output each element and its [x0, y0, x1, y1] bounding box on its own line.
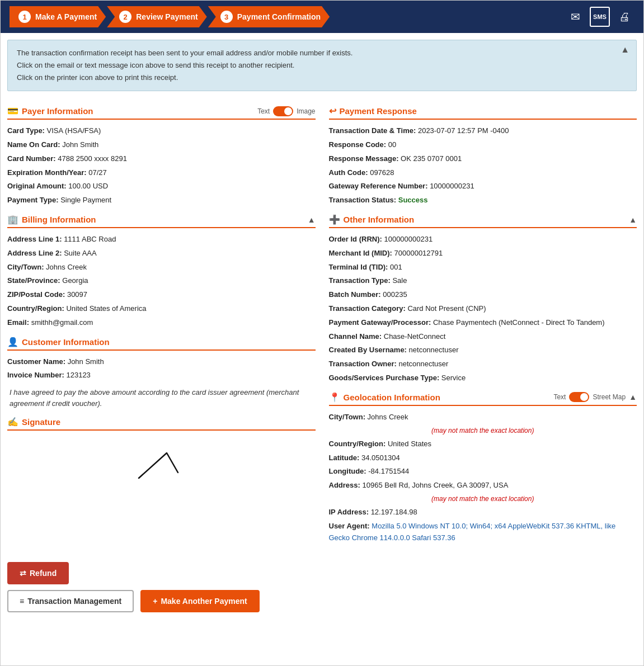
sms-icon-button[interactable]: SMS: [590, 7, 610, 27]
payer-info-title: 💳 Payer Information: [7, 106, 93, 116]
billing-collapse-button[interactable]: ▲: [308, 215, 316, 224]
banner-line1: The transaction confirmation receipt has…: [17, 47, 627, 59]
refund-button[interactable]: ⇄ Refund: [7, 562, 69, 584]
field-latitude: Latitude: 34.0501304: [329, 452, 637, 464]
step-3-number: 3: [220, 11, 233, 23]
step-indicators: 1 Make A Payment 2 Review Payment 3 Paym…: [10, 6, 331, 27]
other-info-section-header: ➕ Other Information ▲: [329, 214, 637, 228]
customer-info-section-header: 👤 Customer Information: [7, 337, 316, 351]
signature-icon: ✍: [7, 417, 18, 427]
field-geo-address: Address: 10965 Bell Rd, Johns Creek, GA …: [329, 480, 637, 492]
field-address1: Address Line 1: 1111 ABC Road: [7, 234, 316, 245]
field-email: Email: smithh@gmail.com: [7, 317, 316, 329]
location-pin-icon: 📍: [329, 392, 340, 403]
field-state: State/Province: Georgia: [7, 275, 316, 287]
toggle-image-label: Image: [297, 107, 315, 115]
email-icon-button[interactable]: ✉: [565, 7, 585, 27]
field-card-number: Card Number: 4788 2500 xxxx 8291: [7, 153, 316, 165]
geo-toggle-switch[interactable]: [569, 392, 589, 402]
geo-toggle-text-label: Text: [553, 393, 566, 401]
payment-response-title: ↩ Payment Response: [329, 106, 417, 116]
field-geo-city-warning: (may not match the exact location): [329, 426, 637, 436]
step-1-number: 1: [18, 11, 31, 23]
field-longitude: Longitude: -84.1751544: [329, 466, 637, 478]
signature-section-header: ✍ Signature: [7, 417, 316, 431]
payment-response-fields: Transaction Date & Time: 2023-07-07 12:5…: [329, 125, 637, 206]
step-3-payment-confirmation[interactable]: 3 Payment Confirmation: [208, 6, 330, 27]
refund-label: Refund: [30, 569, 57, 578]
banner-line3: Click on the printer icon above to print…: [17, 72, 627, 84]
field-geo-country: Country/Region: United States: [329, 438, 637, 450]
billing-info-fields: Address Line 1: 1111 ABC Road Address Li…: [7, 234, 316, 329]
info-banner: ▲ The transaction confirmation receipt h…: [7, 40, 637, 91]
field-address2: Address Line 2: Suite AAA: [7, 248, 316, 259]
geolocation-fields: City/Town: Johns Creek (may not match th…: [329, 412, 637, 544]
step-2-label: Review Payment: [136, 12, 198, 21]
field-batch-number: Batch Number: 000235: [329, 289, 637, 301]
field-terminal-id: Terminal Id (TID): 001: [329, 262, 637, 273]
signature-image: [122, 442, 200, 492]
plus-circle-icon: ➕: [329, 214, 340, 225]
payer-view-toggle[interactable]: Text Image: [257, 106, 315, 116]
field-transaction-status: Transaction Status: Success: [329, 195, 637, 206]
field-transaction-owner: Transaction Owner: netconnectuser: [329, 358, 637, 370]
field-customer-name: Customer Name: John Smith: [7, 356, 316, 368]
field-response-message: Response Message: OK 235 0707 0001: [329, 153, 637, 165]
nav-action-icons: ✉ SMS 🖨: [565, 7, 634, 27]
customer-info-title: 👤 Customer Information: [7, 337, 110, 347]
geolocation-title: 📍 Geolocation Information: [329, 392, 440, 403]
step-1-make-payment[interactable]: 1 Make A Payment: [10, 6, 106, 27]
right-column: ↩ Payment Response Transaction Date & Ti…: [325, 98, 637, 546]
add-payment-icon: +: [153, 597, 157, 606]
other-info-collapse-button[interactable]: ▲: [629, 215, 637, 224]
geolocation-collapse-button[interactable]: ▲: [629, 393, 637, 402]
field-created-by: Created By Username: netconnectuser: [329, 344, 637, 356]
make-another-payment-button[interactable]: + Make Another Payment: [140, 590, 260, 612]
field-country: Country/Region: United States of America: [7, 303, 316, 315]
payer-info-fields: Card Type: VISA (HSA/FSA) Name On Card: …: [7, 125, 316, 206]
payment-response-section-header: ↩ Payment Response: [329, 106, 637, 120]
step-2-number: 2: [119, 11, 131, 23]
other-info-title: ➕ Other Information: [329, 214, 415, 225]
payer-toggle-switch[interactable]: [273, 106, 293, 116]
field-geo-city: City/Town: Johns Creek: [329, 412, 637, 423]
field-transaction-datetime: Transaction Date & Time: 2023-07-07 12:5…: [329, 125, 637, 137]
agreement-text: I have agreed to pay the above amount ac…: [10, 387, 313, 409]
banner-collapse-button[interactable]: ▲: [621, 45, 629, 55]
field-expiration: Expiration Month/Year: 07/27: [7, 167, 316, 179]
field-auth-code: Auth Code: 097628: [329, 167, 637, 179]
field-payment-gateway: Payment Gateway/Processor: Chase Payment…: [329, 317, 637, 329]
main-content: 💳 Payer Information Text Image Card Type…: [1, 98, 643, 552]
field-city: City/Town: Johns Creek: [7, 262, 316, 273]
geolocation-view-toggle[interactable]: Text Street Map ▲: [553, 392, 637, 402]
field-ip-address: IP Address: 12.197.184.98: [329, 507, 637, 518]
geo-toggle-streetmap-label: Street Map: [593, 393, 626, 401]
print-icon-button[interactable]: 🖨: [614, 7, 634, 27]
step-2-review-payment[interactable]: 2 Review Payment: [107, 6, 207, 27]
field-order-id: Order Id (RRN): 100000000231: [329, 234, 637, 245]
signature-area: [7, 436, 316, 498]
field-transaction-type: Transaction Type: Sale: [329, 275, 637, 287]
bottom-buttons-area: ⇄ Refund ≡ Transaction Management + Make…: [1, 553, 643, 624]
field-geo-address-warning: (may not match the exact location): [329, 494, 637, 504]
payer-info-section-header: 💳 Payer Information Text Image: [7, 106, 316, 120]
transaction-mgmt-label: Transaction Management: [27, 597, 121, 606]
banner-line2: Click on the email or text message icon …: [17, 59, 627, 72]
field-merchant-id: Merchant Id (MID): 700000012791: [329, 248, 637, 259]
step-1-label: Make A Payment: [35, 12, 97, 21]
toggle-text-label: Text: [257, 107, 270, 115]
transaction-management-button[interactable]: ≡ Transaction Management: [7, 590, 134, 612]
billing-info-title: 🏢 Billing Information: [7, 214, 96, 225]
refund-icon: ⇄: [20, 569, 26, 578]
field-name-on-card: Name On Card: John Smith: [7, 139, 316, 151]
action-buttons-row: ≡ Transaction Management + Make Another …: [7, 590, 637, 612]
field-invoice-number: Invoice Number: 123123: [7, 370, 316, 381]
customer-info-fields: Customer Name: John Smith Invoice Number…: [7, 356, 316, 409]
other-info-fields: Order Id (RRN): 100000000231 Merchant Id…: [329, 234, 637, 384]
top-navigation: 1 Make A Payment 2 Review Payment 3 Paym…: [1, 1, 643, 33]
field-original-amount: Original Amount: 100.00 USD: [7, 181, 316, 192]
field-transaction-category: Transaction Category: Card Not Present (…: [329, 303, 637, 315]
refund-button-row: ⇄ Refund: [7, 562, 637, 584]
signature-title: ✍ Signature: [7, 417, 60, 427]
geolocation-section-header: 📍 Geolocation Information Text Street Ma…: [329, 392, 637, 406]
